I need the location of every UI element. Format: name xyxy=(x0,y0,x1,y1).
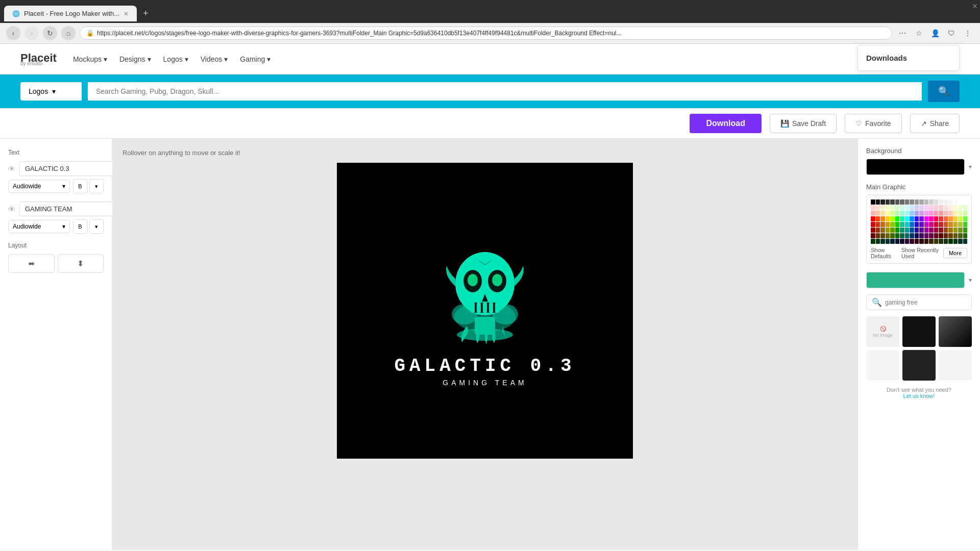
text-input-2[interactable] xyxy=(19,202,116,216)
color-cell[interactable] xyxy=(880,228,885,233)
color-cell[interactable] xyxy=(919,199,924,205)
font-style-btn-2a[interactable]: B xyxy=(73,219,87,234)
background-color-swatch[interactable] xyxy=(866,159,965,175)
color-cell[interactable] xyxy=(876,211,880,216)
color-cell[interactable] xyxy=(934,233,939,238)
color-cell[interactable] xyxy=(880,205,885,210)
color-cell[interactable] xyxy=(905,216,910,221)
color-cell[interactable] xyxy=(924,239,929,244)
color-cell[interactable] xyxy=(905,199,910,205)
color-cell[interactable] xyxy=(905,211,910,216)
save-draft-button[interactable]: 💾 Save Draft xyxy=(770,114,837,133)
color-cell[interactable] xyxy=(890,233,895,238)
color-cell[interactable] xyxy=(890,199,895,205)
color-cell[interactable] xyxy=(910,205,914,210)
color-cell[interactable] xyxy=(934,222,939,227)
color-cell[interactable] xyxy=(915,199,919,205)
color-cell[interactable] xyxy=(953,239,958,244)
no-image-thumb[interactable]: 🚫 No Image xyxy=(866,316,899,347)
shield-icon[interactable]: 🛡 xyxy=(945,27,958,39)
color-cell[interactable] xyxy=(963,211,968,216)
eye-icon-1[interactable]: 👁 xyxy=(8,165,15,173)
color-cell[interactable] xyxy=(963,199,968,205)
extensions-icon[interactable]: ⋯ xyxy=(896,27,909,39)
color-cell[interactable] xyxy=(915,233,919,238)
active-tab[interactable]: 🌐 Placeit - Free Logo Maker with... ✕ xyxy=(4,6,137,21)
home-button[interactable]: ⌂ xyxy=(61,26,76,40)
graphic-thumb-1[interactable] xyxy=(902,316,936,347)
new-tab-button[interactable]: + xyxy=(139,4,153,23)
graphic-thumb-4[interactable] xyxy=(902,350,936,381)
search-button[interactable]: 🔍 xyxy=(928,81,960,102)
category-select[interactable]: Logos ▾ xyxy=(20,82,82,101)
color-cell[interactable] xyxy=(963,239,968,244)
color-cell[interactable] xyxy=(953,228,958,233)
color-cell[interactable] xyxy=(890,211,895,216)
color-cell[interactable] xyxy=(948,222,953,227)
font-select-1[interactable]: Audiowide ▾ xyxy=(8,180,70,193)
color-cell[interactable] xyxy=(910,199,914,205)
color-cell[interactable] xyxy=(871,216,875,221)
color-cell[interactable] xyxy=(910,239,914,244)
tab-close-button[interactable]: ✕ xyxy=(124,10,129,17)
color-cell[interactable] xyxy=(929,205,934,210)
color-cell[interactable] xyxy=(919,233,924,238)
color-cell[interactable] xyxy=(895,205,900,210)
search-input[interactable] xyxy=(88,82,922,101)
color-cell[interactable] xyxy=(910,211,914,216)
color-cell[interactable] xyxy=(886,239,890,244)
color-cell[interactable] xyxy=(871,222,875,227)
color-cell[interactable] xyxy=(948,239,953,244)
color-cell[interactable] xyxy=(900,233,904,238)
color-cell[interactable] xyxy=(915,205,919,210)
color-cell[interactable] xyxy=(958,205,963,210)
color-cell[interactable] xyxy=(948,211,953,216)
color-cell[interactable] xyxy=(944,211,948,216)
search-graphic-input[interactable] xyxy=(885,299,966,306)
color-cell[interactable] xyxy=(871,205,875,210)
more-button[interactable]: More xyxy=(943,248,967,258)
color-cell[interactable] xyxy=(934,211,939,216)
color-cell[interactable] xyxy=(895,222,900,227)
color-cell[interactable] xyxy=(910,228,914,233)
color-cell[interactable] xyxy=(876,199,880,205)
color-cell[interactable] xyxy=(910,216,914,221)
color-cell[interactable] xyxy=(953,216,958,221)
color-cell[interactable] xyxy=(880,216,885,221)
color-cell[interactable] xyxy=(919,216,924,221)
color-cell[interactable] xyxy=(939,233,943,238)
color-cell[interactable] xyxy=(890,239,895,244)
color-cell[interactable] xyxy=(895,228,900,233)
color-cell[interactable] xyxy=(900,199,904,205)
color-cell[interactable] xyxy=(944,222,948,227)
color-cell[interactable] xyxy=(895,239,900,244)
forward-button[interactable]: › xyxy=(24,26,39,40)
color-cell[interactable] xyxy=(929,216,934,221)
color-cell[interactable] xyxy=(900,222,904,227)
bookmark-icon[interactable]: ☆ xyxy=(913,27,925,39)
color-cell[interactable] xyxy=(924,216,929,221)
color-cell[interactable] xyxy=(919,205,924,210)
color-cell[interactable] xyxy=(963,222,968,227)
color-cell[interactable] xyxy=(934,228,939,233)
color-cell[interactable] xyxy=(905,233,910,238)
color-cell[interactable] xyxy=(939,216,943,221)
color-cell[interactable] xyxy=(948,233,953,238)
color-cell[interactable] xyxy=(876,205,880,210)
color-cell[interactable] xyxy=(939,239,943,244)
layout-horizontal-btn[interactable]: ⬌ xyxy=(8,254,55,273)
logo[interactable]: Placeit by envato xyxy=(20,52,57,66)
color-cell[interactable] xyxy=(900,211,904,216)
menu-icon[interactable]: ⋮ xyxy=(962,27,974,39)
color-cell[interactable] xyxy=(919,239,924,244)
download-button[interactable]: Download xyxy=(690,114,761,133)
color-cell[interactable] xyxy=(871,211,875,216)
color-cell[interactable] xyxy=(958,233,963,238)
font-style-btn-2b[interactable]: ▾ xyxy=(89,219,104,234)
color-cell[interactable] xyxy=(900,239,904,244)
color-cell[interactable] xyxy=(871,233,875,238)
address-bar[interactable]: 🔒 https://placeit.net/c/logos/stages/fre… xyxy=(80,27,892,40)
color-cell[interactable] xyxy=(886,222,890,227)
nav-gaming[interactable]: Gaming ▾ xyxy=(240,55,271,63)
favorite-button[interactable]: ♡ Favorite xyxy=(845,114,902,133)
